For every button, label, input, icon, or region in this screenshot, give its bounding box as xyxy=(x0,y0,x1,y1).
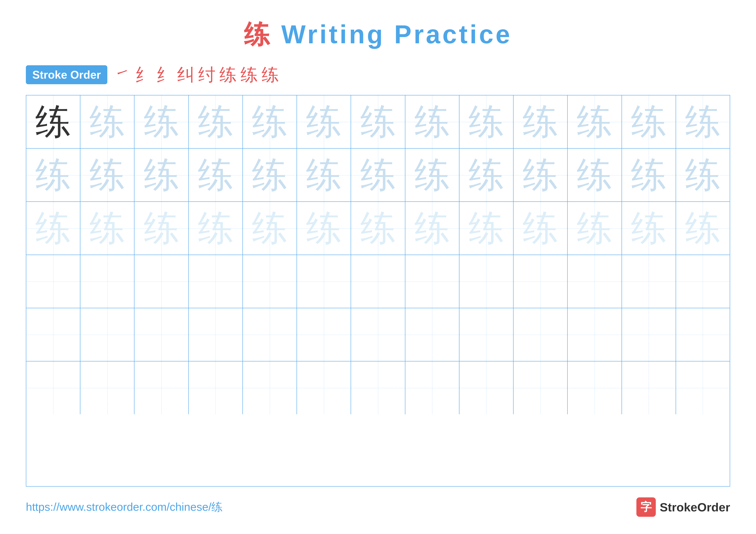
grid-cell[interactable] xyxy=(26,308,80,361)
grid-cell[interactable]: 练 xyxy=(459,95,514,148)
grid-cell[interactable]: 练 xyxy=(243,95,297,148)
grid-cell[interactable]: 练 xyxy=(189,202,243,255)
grid-cell[interactable]: 练 xyxy=(405,95,459,148)
grid-cell[interactable] xyxy=(297,362,351,414)
grid-cell[interactable] xyxy=(134,255,189,308)
grid-cell[interactable] xyxy=(514,362,568,414)
grid-cell[interactable] xyxy=(622,362,676,414)
grid-cell[interactable] xyxy=(80,308,134,361)
grid-cell[interactable] xyxy=(568,362,622,414)
grid-cell[interactable]: 练 xyxy=(622,149,676,201)
grid-cell[interactable]: 练 xyxy=(514,149,568,201)
grid-cell[interactable]: 练 xyxy=(189,95,243,148)
grid-cell[interactable] xyxy=(676,255,730,308)
grid-cell[interactable] xyxy=(297,308,351,361)
grid-cell[interactable] xyxy=(459,255,514,308)
grid-cell[interactable] xyxy=(80,362,134,414)
grid-cell[interactable] xyxy=(189,255,243,308)
grid-cell[interactable] xyxy=(297,255,351,308)
grid-cell[interactable]: 练 xyxy=(405,149,459,201)
grid-cell[interactable] xyxy=(405,308,459,361)
grid-cell[interactable]: 练 xyxy=(297,95,351,148)
grid-cell[interactable] xyxy=(243,308,297,361)
grid-cell[interactable]: 练 xyxy=(459,202,514,255)
grid-cell[interactable]: 练 xyxy=(243,149,297,201)
grid-cell[interactable] xyxy=(243,255,297,308)
grid-cell[interactable]: 练 xyxy=(26,149,80,201)
grid-row-4 xyxy=(26,255,730,308)
grid-cell[interactable]: 练 xyxy=(26,95,80,148)
brand-name: StrokeOrder xyxy=(660,500,730,514)
grid-row-6 xyxy=(26,362,730,414)
grid-row-5 xyxy=(26,308,730,362)
grid-cell[interactable]: 练 xyxy=(514,95,568,148)
grid-cell[interactable] xyxy=(134,308,189,361)
grid-cell[interactable]: 练 xyxy=(568,202,622,255)
grid-cell[interactable] xyxy=(80,255,134,308)
grid-cell[interactable]: 练 xyxy=(297,202,351,255)
grid-cell[interactable]: 练 xyxy=(134,149,189,201)
grid-cell[interactable] xyxy=(243,362,297,414)
stroke-4: 纠 xyxy=(177,66,194,83)
grid-cell[interactable] xyxy=(189,308,243,361)
grid-cell[interactable]: 练 xyxy=(405,202,459,255)
title-text: Writing Practice xyxy=(272,20,512,49)
grid-cell[interactable]: 练 xyxy=(134,95,189,148)
stroke-1: ㇀ xyxy=(114,66,131,83)
grid-cell[interactable] xyxy=(568,308,622,361)
grid-cell[interactable] xyxy=(405,362,459,414)
grid-cell[interactable]: 练 xyxy=(568,95,622,148)
footer-brand: 字 StrokeOrder xyxy=(636,497,730,517)
grid-cell[interactable]: 练 xyxy=(134,202,189,255)
grid-cell[interactable]: 练 xyxy=(676,202,730,255)
grid-cell[interactable]: 练 xyxy=(297,149,351,201)
grid-cell[interactable] xyxy=(514,255,568,308)
grid-cell[interactable]: 练 xyxy=(26,202,80,255)
grid-cell[interactable] xyxy=(26,255,80,308)
grid-cell[interactable] xyxy=(568,255,622,308)
grid-cell[interactable] xyxy=(514,308,568,361)
grid-cell[interactable]: 练 xyxy=(80,149,134,201)
grid-cell[interactable]: 练 xyxy=(676,95,730,148)
grid-cell[interactable]: 练 xyxy=(622,202,676,255)
grid-cell[interactable] xyxy=(189,362,243,414)
grid-cell[interactable] xyxy=(622,255,676,308)
stroke-sequence: ㇀ 纟 纟 纠 纣 练 练 练 xyxy=(114,66,279,83)
brand-icon: 字 xyxy=(636,497,656,517)
grid-cell[interactable]: 练 xyxy=(243,202,297,255)
grid-cell[interactable] xyxy=(26,362,80,414)
grid-cell[interactable]: 练 xyxy=(459,149,514,201)
stroke-7: 练 xyxy=(240,66,258,83)
grid-cell[interactable]: 练 xyxy=(568,149,622,201)
title-chinese-char: 练 xyxy=(244,20,272,49)
grid-cell[interactable] xyxy=(405,255,459,308)
practice-grid: 练 练 练 练 练 练 练 练 练 练 练 练 练 练 练 练 练 练 练 练 … xyxy=(26,95,730,487)
stroke-5: 纣 xyxy=(198,66,216,83)
grid-cell[interactable]: 练 xyxy=(351,149,405,201)
grid-cell[interactable] xyxy=(676,308,730,361)
grid-cell[interactable] xyxy=(351,308,405,361)
grid-cell[interactable] xyxy=(459,362,514,414)
grid-cell[interactable] xyxy=(134,362,189,414)
stroke-6: 练 xyxy=(219,66,237,83)
grid-cell[interactable]: 练 xyxy=(622,95,676,148)
grid-cell[interactable]: 练 xyxy=(676,149,730,201)
grid-cell[interactable]: 练 xyxy=(80,95,134,148)
footer-url[interactable]: https://www.strokeorder.com/chinese/练 xyxy=(26,499,223,515)
grid-cell[interactable]: 练 xyxy=(351,202,405,255)
grid-cell[interactable] xyxy=(351,362,405,414)
char-solid: 练 xyxy=(35,104,71,140)
stroke-order-row: Stroke Order ㇀ 纟 纟 纠 纣 练 练 练 xyxy=(26,65,730,84)
grid-cell[interactable] xyxy=(351,255,405,308)
grid-cell[interactable] xyxy=(676,362,730,414)
grid-row-3: 练 练 练 练 练 练 练 练 练 练 练 练 练 xyxy=(26,202,730,255)
grid-cell[interactable]: 练 xyxy=(80,202,134,255)
stroke-3: 纟 xyxy=(156,66,173,83)
grid-cell[interactable]: 练 xyxy=(514,202,568,255)
grid-cell[interactable]: 练 xyxy=(189,149,243,201)
grid-row-1: 练 练 练 练 练 练 练 练 练 练 练 练 练 xyxy=(26,95,730,149)
page-title: 练 Writing Practice xyxy=(244,17,512,52)
grid-cell[interactable] xyxy=(459,308,514,361)
grid-cell[interactable] xyxy=(622,308,676,361)
grid-cell[interactable]: 练 xyxy=(351,95,405,148)
